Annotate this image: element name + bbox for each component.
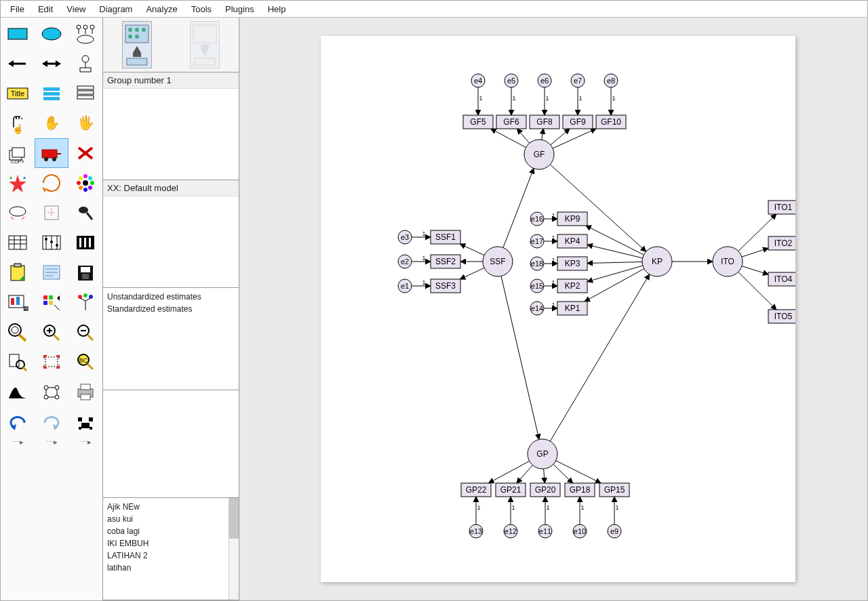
svg-text:SSF3: SSF3 <box>435 281 456 291</box>
redo-tool[interactable] <box>35 407 68 436</box>
move-object-tool[interactable] <box>35 138 68 168</box>
file-item[interactable]: coba lagi <box>107 525 235 537</box>
figure-caption-tool[interactable] <box>68 49 102 79</box>
svg-rect-134 <box>78 417 82 421</box>
rectangle-tool[interactable] <box>1 19 35 49</box>
output-diagram-thumb[interactable] <box>190 21 220 68</box>
magic-tool[interactable] <box>1 168 35 198</box>
move-tool[interactable]: ☝ <box>1 108 35 138</box>
zoom-in-big-tool[interactable] <box>1 317 35 347</box>
svg-text:e7: e7 <box>574 77 582 85</box>
estimate-option-std[interactable]: Standardized estimates <box>107 303 235 315</box>
svg-rect-146 <box>133 53 141 57</box>
properties-tool[interactable] <box>68 228 102 257</box>
svg-text:COPY: COPY <box>11 159 24 164</box>
canvas-area[interactable]: 1111111111111111111111 e4e5e6e7e8e3e2e1e… <box>239 18 867 600</box>
calc-estimates-tool[interactable] <box>35 287 68 317</box>
files-scrollbar[interactable] <box>229 498 239 600</box>
double-arrow-tool[interactable] <box>35 49 68 79</box>
svg-point-100 <box>9 324 21 336</box>
svg-point-14 <box>82 56 89 62</box>
overflow-icon[interactable]: ⋯▸ <box>68 438 102 454</box>
menu-analyze[interactable]: Analyze <box>139 3 184 16</box>
loupe-tool[interactable]: BC <box>68 347 102 377</box>
svg-text:e1: e1 <box>401 282 409 290</box>
save-tool[interactable] <box>68 257 102 287</box>
undo-tool[interactable] <box>1 407 35 436</box>
menu-diagram[interactable]: Diagram <box>92 3 139 16</box>
svg-marker-149 <box>201 49 209 56</box>
svg-text:1: 1 <box>477 504 480 511</box>
menu-view[interactable]: View <box>60 3 92 16</box>
file-item[interactable]: asu kui <box>107 513 235 525</box>
input-diagram-thumb[interactable] <box>122 21 152 68</box>
file-item[interactable]: latihan <box>107 562 235 574</box>
diagram-mode-panel <box>103 18 239 72</box>
ellipse-tool[interactable] <box>35 19 68 49</box>
scroll-tool[interactable] <box>35 198 68 228</box>
svg-rect-151 <box>195 58 215 65</box>
duplicate-tool[interactable]: ✋ <box>35 108 68 138</box>
rotate-tool[interactable] <box>35 168 68 198</box>
svg-point-140 <box>128 28 132 32</box>
files-panel: Ajik NEw asu kui coba lagi IKI EMBUH LAT… <box>103 498 239 600</box>
overflow-icon[interactable]: ⋯▸ <box>1 438 35 454</box>
svg-text:1: 1 <box>479 95 482 102</box>
svg-text:GP21: GP21 <box>500 485 521 495</box>
svg-rect-19 <box>43 87 60 91</box>
find-tool[interactable] <box>68 407 102 436</box>
svg-rect-113 <box>45 357 58 367</box>
zoom-in-tool[interactable] <box>35 317 68 347</box>
fit-tool[interactable] <box>1 198 35 228</box>
svg-point-102 <box>12 327 18 333</box>
svg-text:1: 1 <box>551 257 555 264</box>
svg-point-8 <box>77 35 94 43</box>
svg-point-124 <box>55 395 59 399</box>
multigroup-tool[interactable] <box>68 287 102 317</box>
analysis-props-tool[interactable]: ▦ <box>1 287 35 317</box>
file-item[interactable]: IKI EMBUH <box>107 537 235 550</box>
svg-point-123 <box>44 395 48 399</box>
estimate-option-unstd[interactable]: Unstandardized estimates <box>107 291 235 303</box>
groups-panel-header[interactable]: Group number 1 <box>103 72 239 89</box>
interface-tool[interactable] <box>68 79 102 108</box>
delete-tool[interactable] <box>68 138 102 168</box>
resize-tool[interactable] <box>35 347 68 377</box>
menu-help[interactable]: Help <box>261 3 293 16</box>
zoom-out-tool[interactable] <box>68 317 102 347</box>
svg-rect-72 <box>84 238 86 247</box>
overflow-icon[interactable]: ⋯▸ <box>35 438 68 454</box>
svg-marker-40 <box>42 187 46 192</box>
link-tool[interactable] <box>35 377 68 407</box>
svg-text:1: 1 <box>612 95 615 102</box>
file-item[interactable]: LATIHAN 2 <box>107 550 235 562</box>
svg-text:1: 1 <box>545 95 549 102</box>
models-panel-header[interactable]: XX: Default model <box>103 180 239 196</box>
text-tool[interactable] <box>35 257 68 287</box>
file-item[interactable]: Ajik NEw <box>107 501 235 513</box>
indicator-tool[interactable] <box>68 19 102 49</box>
svg-text:e11: e11 <box>539 527 551 535</box>
menu-file[interactable]: File <box>3 3 31 16</box>
zoom-page-tool[interactable] <box>1 347 35 377</box>
parameters-tool[interactable] <box>35 79 68 108</box>
spreadsheet-tool[interactable] <box>1 228 35 257</box>
menu-edit[interactable]: Edit <box>31 3 60 16</box>
svg-line-165 <box>586 226 644 255</box>
select-tool[interactable] <box>68 198 102 228</box>
single-arrow-tool[interactable] <box>1 49 35 79</box>
clipboard-tool[interactable] <box>1 257 35 287</box>
print-tool[interactable] <box>68 377 102 407</box>
menu-tools[interactable]: Tools <box>184 3 218 16</box>
svg-rect-110 <box>9 354 19 367</box>
menu-plugins[interactable]: Plugins <box>218 3 261 16</box>
title-tool[interactable]: Title <box>1 79 35 108</box>
pan-tool[interactable]: 🖐 <box>68 108 102 138</box>
copy-tool[interactable]: COPY <box>1 138 35 168</box>
svg-text:e15: e15 <box>531 282 543 290</box>
dist-tool[interactable] <box>1 377 35 407</box>
svg-line-93 <box>54 305 60 310</box>
color-tool[interactable] <box>68 168 102 198</box>
abacus-tool[interactable] <box>35 228 68 257</box>
svg-line-164 <box>460 268 484 279</box>
